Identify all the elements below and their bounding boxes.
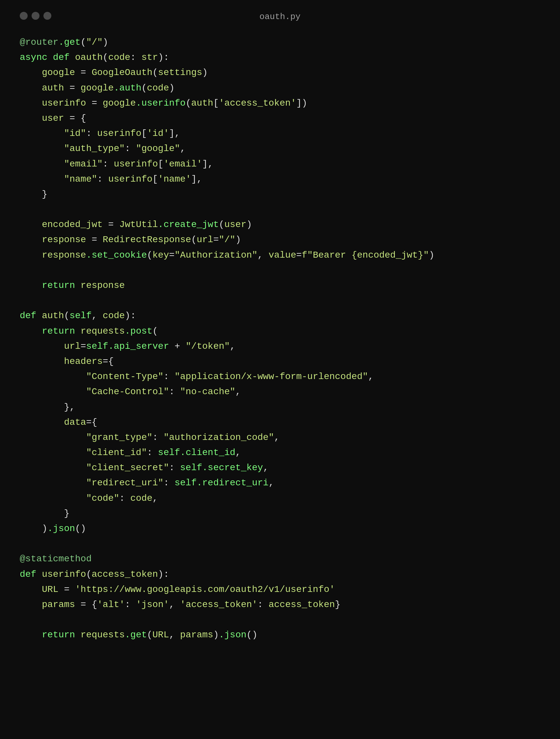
code-line-4: auth = google.auth(code) bbox=[20, 81, 540, 96]
close-button[interactable] bbox=[20, 12, 28, 20]
code-line-25: "client_id": self.client_id, bbox=[20, 445, 540, 460]
code-line-22: }, bbox=[20, 400, 540, 415]
code-line-10: "name": userinfo['name'], bbox=[20, 172, 540, 187]
code-line-1: @router.get("/") bbox=[20, 35, 540, 50]
code-empty-1 bbox=[20, 202, 540, 217]
code-empty-5 bbox=[20, 612, 540, 627]
code-line-18: url=self.api_server + "/token", bbox=[20, 339, 540, 354]
code-editor-window: oauth.py @router.get("/") async def oaut… bbox=[0, 0, 560, 739]
code-line-35: return requests.get(URL, params).json() bbox=[20, 627, 540, 642]
code-line-6: user = { bbox=[20, 111, 540, 126]
code-empty-4 bbox=[20, 536, 540, 552]
code-line-12: encoded_jwt = JwtUtil.create_jwt(user) bbox=[20, 217, 540, 232]
code-line-17: return requests.post( bbox=[20, 324, 540, 339]
code-line-28: "code": code, bbox=[20, 491, 540, 506]
code-line-9: "email": userinfo['email'], bbox=[20, 157, 540, 172]
code-line-29: } bbox=[20, 506, 540, 521]
code-content: @router.get("/") async def oauth(code: s… bbox=[0, 28, 560, 663]
code-line-33: URL = 'https://www.googleapis.com/oauth2… bbox=[20, 582, 540, 597]
code-line-3: google = GoogleOauth(settings) bbox=[20, 65, 540, 80]
code-line-15: return response bbox=[20, 278, 540, 293]
code-line-7: "id": userinfo['id'], bbox=[20, 126, 540, 141]
code-line-23: data={ bbox=[20, 415, 540, 430]
code-empty-3 bbox=[20, 293, 540, 308]
code-line-19: headers={ bbox=[20, 354, 540, 369]
traffic-lights bbox=[20, 12, 51, 20]
code-line-13: response = RedirectResponse(url="/") bbox=[20, 232, 540, 248]
code-line-11: } bbox=[20, 187, 540, 202]
code-line-16: def auth(self, code): bbox=[20, 308, 540, 323]
window-title: oauth.py bbox=[260, 12, 301, 22]
code-line-5: userinfo = google.userinfo(auth['access_… bbox=[20, 96, 540, 111]
code-line-21: "Cache-Control": "no-cache", bbox=[20, 384, 540, 400]
code-line-8: "auth_type": "google", bbox=[20, 141, 540, 156]
code-line-34: params = {'alt': 'json', 'access_token':… bbox=[20, 597, 540, 612]
minimize-button[interactable] bbox=[32, 12, 39, 20]
title-bar: oauth.py bbox=[0, 0, 560, 28]
maximize-button[interactable] bbox=[43, 12, 51, 20]
code-line-24: "grant_type": "authorization_code", bbox=[20, 430, 540, 445]
code-line-32: def userinfo(access_token): bbox=[20, 567, 540, 582]
code-empty-2 bbox=[20, 263, 540, 278]
code-line-30: ).json() bbox=[20, 521, 540, 536]
code-line-2: async def oauth(code: str): bbox=[20, 50, 540, 65]
code-line-27: "redirect_uri": self.redirect_uri, bbox=[20, 475, 540, 490]
code-line-26: "client_secret": self.secret_key, bbox=[20, 460, 540, 475]
code-line-31: @staticmethod bbox=[20, 552, 540, 567]
code-line-20: "Content-Type": "application/x-www-form-… bbox=[20, 369, 540, 384]
code-line-14: response.set_cookie(key="Authorization",… bbox=[20, 248, 540, 263]
